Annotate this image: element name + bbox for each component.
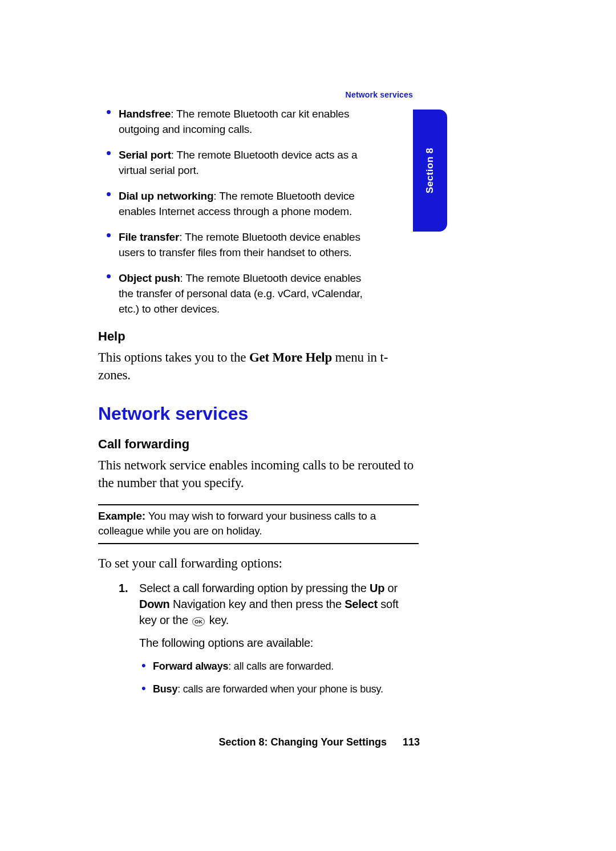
key-down: Down [139,598,170,610]
item-name: File transfer [119,231,179,243]
text: Select a call forwarding option by press… [139,582,370,594]
step-followup: The following options are available: [139,635,419,651]
text: This options takes you to the [98,350,249,364]
manual-page: Network services Section 8 Handsfree: Th… [0,0,616,851]
steps-list: Select a call forwarding option by press… [98,580,419,696]
example-box: Example: You may wish to forward your bu… [98,504,419,544]
example-text: Example: You may wish to forward your bu… [98,509,419,538]
item-desc: : all calls are forwarded. [228,660,334,672]
key-select: Select [345,598,378,610]
list-item: Object push: The remote Bluetooth device… [119,270,419,317]
bluetooth-profile-list: Handsfree: The remote Bluetooth car kit … [98,106,419,317]
item-name: Object push [119,272,180,284]
help-heading: Help [98,329,419,344]
running-header: Network services [346,90,413,99]
item-name: Busy [153,683,177,695]
item-name: Dial up networking [119,190,213,202]
list-item: File transfer: The remote Bluetooth devi… [119,229,419,260]
text: key. [206,614,229,626]
call-forwarding-heading: Call forwarding [98,437,419,452]
call-forwarding-body: This network service enables incoming ca… [98,456,419,492]
instructions-intro: To set your call forwarding options: [98,554,419,572]
footer-section: Section 8: Changing Your Settings [219,736,387,748]
example-label: Example: [98,510,145,522]
list-item: Dial up networking: The remote Bluetooth… [119,188,419,219]
main-content: Handsfree: The remote Bluetooth car kit … [98,106,419,696]
help-bold: Get More Help [249,350,332,364]
text: or [384,582,398,594]
section-tab-label: Section 8 [424,148,436,193]
page-footer: Section 8: Changing Your Settings113 [219,736,420,748]
list-item: Forward always: all calls are forwarded. [153,659,419,674]
item-name: Handsfree [119,108,171,120]
forwarding-options-list: Forward always: all calls are forwarded.… [139,659,419,696]
ok-key-icon: OK [192,617,205,626]
item-name: Forward always [153,660,228,672]
list-item: Handsfree: The remote Bluetooth car kit … [119,106,419,137]
text: Navigation key and then press the [170,598,345,610]
item-name: Serial port [119,149,171,161]
network-services-heading: Network services [98,403,419,424]
key-up: Up [370,582,384,594]
page-number: 113 [403,736,420,748]
item-desc: : calls are forwarded when your phone is… [177,683,383,695]
step-item: Select a call forwarding option by press… [139,580,419,696]
list-item: Busy: calls are forwarded when your phon… [153,682,419,696]
help-body: This options takes you to the Get More H… [98,348,419,384]
list-item: Serial port: The remote Bluetooth device… [119,147,419,178]
